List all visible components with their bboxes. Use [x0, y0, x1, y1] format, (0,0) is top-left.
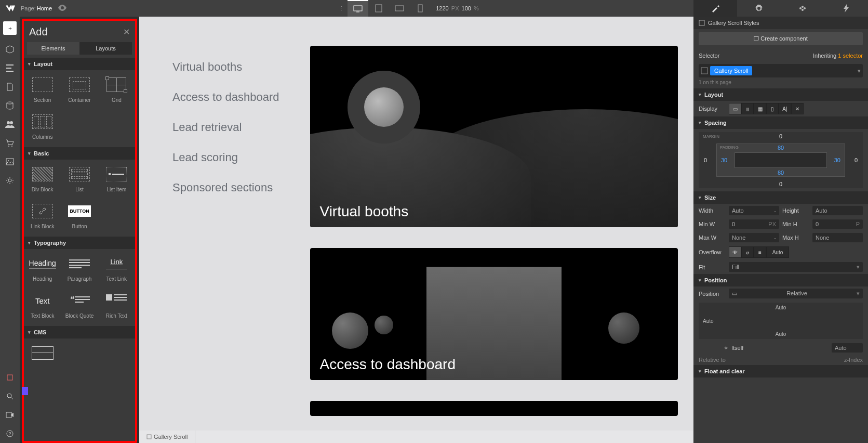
- el-heading[interactable]: HeadingHeading: [24, 249, 61, 286]
- class-selector[interactable]: Gallery Scroll ▾: [699, 64, 863, 77]
- section-layout[interactable]: Layout: [693, 88, 868, 101]
- padding-top[interactable]: 80: [778, 145, 784, 151]
- assets-icon[interactable]: [0, 152, 20, 171]
- style-tab-icon[interactable]: [693, 0, 737, 17]
- el-textblock[interactable]: TextText Block: [24, 286, 61, 323]
- box-icon[interactable]: [0, 40, 20, 59]
- close-icon[interactable]: ✕: [123, 27, 130, 37]
- feature-item[interactable]: Lead retrieval: [172, 121, 279, 134]
- card-dashboard[interactable]: Access to dashboard: [310, 248, 678, 380]
- height-input[interactable]: Auto: [812, 206, 863, 215]
- search-icon[interactable]: [0, 387, 20, 406]
- position-select[interactable]: ▭ Relative▾: [729, 289, 863, 298]
- tab-layouts[interactable]: Layouts: [79, 42, 132, 55]
- pos-top[interactable]: Auto: [776, 305, 786, 310]
- el-container[interactable]: Container: [61, 70, 98, 107]
- canvas[interactable]: Virtual booths Access to dashboard Lead …: [139, 17, 693, 431]
- el-grid[interactable]: Grid: [98, 70, 135, 107]
- minw-input[interactable]: 0PX: [729, 219, 779, 229]
- settings-icon[interactable]: [0, 171, 20, 190]
- display-grid-button[interactable]: ▦: [754, 103, 766, 114]
- el-collection[interactable]: [24, 338, 61, 367]
- display-inline-button[interactable]: A|: [779, 103, 791, 114]
- display-block-button[interactable]: ▭: [729, 103, 741, 114]
- el-blockquote[interactable]: ❝Block Quote: [61, 286, 98, 323]
- width-input[interactable]: Auto-: [729, 206, 779, 215]
- padding-right[interactable]: 30: [834, 157, 840, 163]
- selection-handle[interactable]: [22, 387, 28, 395]
- cms-icon[interactable]: [0, 96, 20, 115]
- fit-select[interactable]: Fill▾: [729, 262, 863, 272]
- webflow-logo-icon[interactable]: [2, 0, 19, 17]
- feature-item[interactable]: Lead scoring: [172, 151, 279, 164]
- section-position[interactable]: Position: [693, 274, 868, 286]
- style-manager-tab-icon[interactable]: [781, 0, 824, 17]
- card-virtual-booths[interactable]: Virtual booths: [310, 46, 678, 227]
- el-paragraph[interactable]: Paragraph: [61, 249, 98, 286]
- overflow-hidden-button[interactable]: ⌀: [741, 246, 754, 258]
- tablet-viewport-button[interactable]: [368, 0, 389, 17]
- el-listitem[interactable]: List Item: [98, 160, 135, 197]
- cat-typography[interactable]: Typography: [24, 237, 135, 249]
- maxh-input[interactable]: None: [812, 233, 863, 242]
- interactions-tab-icon[interactable]: [824, 0, 868, 17]
- cat-basic[interactable]: Basic: [24, 147, 135, 160]
- mobile-portrait-button[interactable]: [410, 0, 431, 17]
- settings-tab-icon[interactable]: [737, 0, 781, 17]
- chevron-down-icon[interactable]: ▾: [858, 68, 861, 74]
- feature-item[interactable]: Sponsored sections: [172, 181, 279, 194]
- el-list[interactable]: List: [61, 160, 98, 197]
- kebab-icon[interactable]: ⋮: [339, 5, 344, 12]
- create-component-button[interactable]: ❒ Create component: [699, 32, 863, 45]
- el-section[interactable]: Section: [24, 70, 61, 107]
- audit-icon[interactable]: [0, 368, 20, 387]
- video-icon[interactable]: [0, 406, 20, 424]
- el-divblock[interactable]: Div Block: [24, 160, 61, 197]
- pages-icon[interactable]: [0, 77, 20, 96]
- overflow-visible-button[interactable]: 👁: [729, 246, 741, 258]
- add-elements-button[interactable]: ＋: [3, 21, 17, 35]
- display-flex-button[interactable]: ⫼: [741, 103, 754, 114]
- el-columns[interactable]: Columns: [24, 107, 61, 144]
- el-richtext[interactable]: Rich Text: [98, 286, 135, 323]
- pos-bottom[interactable]: Auto: [776, 331, 786, 337]
- itself-value[interactable]: Auto: [832, 343, 863, 353]
- feature-item[interactable]: Access to dashboard: [172, 90, 279, 104]
- margin-top[interactable]: 0: [779, 133, 782, 139]
- display-none-button[interactable]: ✕: [791, 103, 804, 114]
- overflow-scroll-button[interactable]: ≡: [754, 246, 766, 258]
- page-name[interactable]: Home: [37, 5, 52, 11]
- card-peek[interactable]: [310, 401, 678, 416]
- section-size[interactable]: Size: [693, 191, 868, 204]
- el-textlink[interactable]: LinkText Link: [98, 249, 135, 286]
- tab-elements[interactable]: Elements: [27, 42, 79, 55]
- navigator-icon[interactable]: [0, 59, 20, 77]
- display-inlineblock-button[interactable]: ▯: [766, 103, 779, 114]
- preview-icon[interactable]: [58, 5, 66, 12]
- margin-right[interactable]: 0: [854, 157, 858, 163]
- el-button[interactable]: BUTTONButton: [61, 197, 98, 233]
- margin-left[interactable]: 0: [704, 157, 707, 163]
- pos-left[interactable]: Auto: [703, 318, 714, 324]
- ecommerce-icon[interactable]: [0, 134, 20, 152]
- users-icon[interactable]: [0, 115, 20, 134]
- section-float-clear[interactable]: Float and clear: [693, 365, 868, 377]
- help-icon[interactable]: ?: [0, 424, 20, 443]
- breadcrumb-item[interactable]: Gallery Scroll: [139, 431, 195, 443]
- feature-item[interactable]: Virtual booths: [172, 60, 279, 74]
- cat-layout[interactable]: Layout: [24, 58, 135, 70]
- maxw-input[interactable]: None-: [729, 233, 779, 242]
- spacing-editor[interactable]: MARGIN 0 0 0 0 PADDING 80 80 30 30: [699, 132, 863, 188]
- cat-cms[interactable]: CMS: [24, 326, 135, 338]
- el-linkblock[interactable]: Link Block: [24, 197, 61, 233]
- minh-input[interactable]: 0P: [812, 219, 863, 229]
- crosshair-icon[interactable]: ✧: [724, 345, 728, 351]
- mobile-landscape-button[interactable]: [389, 0, 410, 17]
- overflow-auto-button[interactable]: Auto: [766, 246, 789, 258]
- position-editor[interactable]: Auto Auto Auto: [699, 303, 863, 339]
- inheriting-count[interactable]: 1 selector: [838, 53, 863, 59]
- desktop-viewport-button[interactable]: [348, 0, 368, 17]
- section-spacing[interactable]: Spacing: [693, 116, 868, 129]
- padding-bottom[interactable]: 80: [778, 170, 784, 176]
- margin-bottom[interactable]: 0: [779, 181, 782, 187]
